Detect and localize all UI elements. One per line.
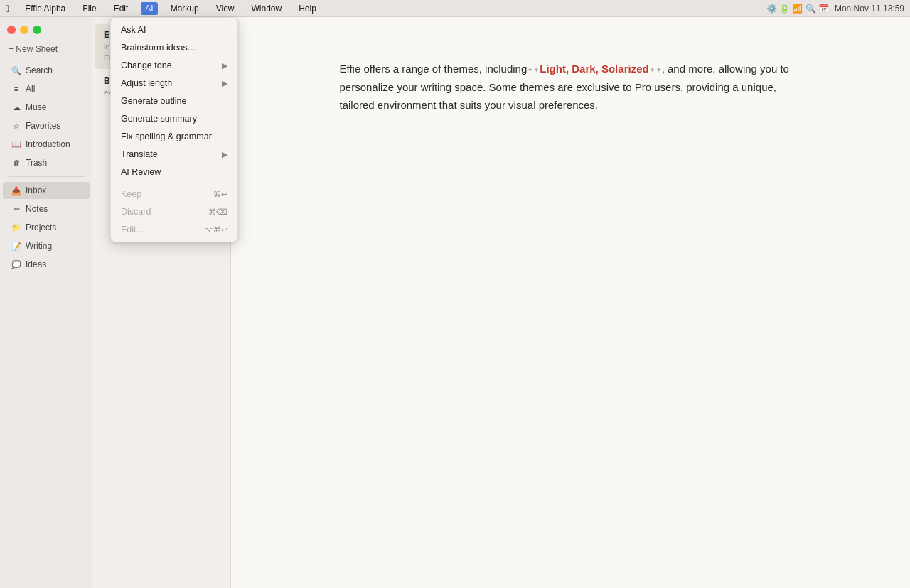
menubar-view[interactable]: View bbox=[212, 2, 239, 15]
favorites-icon: ☆ bbox=[11, 122, 21, 131]
menu-label-edit: Edit... bbox=[121, 225, 144, 235]
menubar-window[interactable]: Window bbox=[247, 2, 286, 15]
menubar-edit[interactable]: Edit bbox=[109, 2, 133, 15]
sidebar-label-projects: Projects bbox=[26, 223, 56, 232]
ideas-icon: 💭 bbox=[11, 260, 21, 269]
menubar-markup[interactable]: Markup bbox=[166, 2, 203, 15]
traffic-light-green[interactable] bbox=[33, 26, 41, 34]
menu-item-ai-review[interactable]: AI Review bbox=[112, 164, 236, 181]
trash-icon: 🗑 bbox=[11, 159, 21, 167]
menu-item-generate-outline[interactable]: Generate outline bbox=[112, 92, 236, 109]
menu-arrow-translate: ▶ bbox=[222, 150, 228, 159]
menu-shortcut-keep: ⌘↩ bbox=[213, 190, 228, 199]
menu-label-change-tone: Change tone bbox=[121, 60, 172, 70]
projects-icon: 📁 bbox=[11, 223, 21, 232]
menu-label-generate-summary: Generate summary bbox=[121, 114, 197, 124]
sidebar-item-favorites[interactable]: ☆ Favorites bbox=[3, 117, 90, 134]
all-icon: ≡ bbox=[11, 85, 21, 93]
sidebar-item-notes[interactable]: ✏ Notes bbox=[3, 201, 90, 218]
traffic-light-red[interactable] bbox=[7, 26, 16, 34]
sidebar-item-trash[interactable]: 🗑 Trash bbox=[3, 154, 90, 171]
menu-label-adjust-length: Adjust length bbox=[121, 78, 172, 88]
new-sheet-button[interactable]: + New Sheet bbox=[0, 40, 92, 58]
menu-item-brainstorm[interactable]: Brainstorm ideas... bbox=[112, 39, 236, 56]
menu-shortcut-discard: ⌘⌫ bbox=[208, 208, 228, 217]
notes-icon: ✏ bbox=[11, 205, 21, 214]
sidebar-item-inbox[interactable]: 📥 Inbox bbox=[3, 182, 90, 199]
menu-divider-1 bbox=[115, 183, 233, 183]
sidebar-label-trash: Trash bbox=[26, 158, 47, 168]
sidebar-label-all: All bbox=[26, 84, 35, 94]
editor-highlight: Light, Dark, Solarized bbox=[540, 63, 648, 75]
menubar:  Effie Alpha File Edit AI Markup View W… bbox=[0, 0, 910, 17]
introduction-icon: 📖 bbox=[11, 140, 21, 149]
menubar-time: Mon Nov 11 13:59 bbox=[835, 4, 904, 14]
sidebar-item-ideas[interactable]: 💭 Ideas bbox=[3, 256, 90, 273]
sidebar-item-search[interactable]: 🔍 Search bbox=[3, 62, 90, 79]
sidebar-divider bbox=[9, 176, 84, 177]
sidebar-label-notes: Notes bbox=[26, 204, 48, 214]
menu-arrow-change-tone: ▶ bbox=[222, 61, 228, 70]
menu-item-generate-summary[interactable]: Generate summary bbox=[112, 110, 236, 127]
menu-arrow-adjust-length: ▶ bbox=[222, 79, 228, 88]
menu-label-translate: Translate bbox=[121, 149, 158, 159]
editor-area[interactable]: Effie offers a range of themes, includin… bbox=[231, 17, 910, 588]
menu-item-keep: Keep ⌘↩ bbox=[112, 186, 236, 203]
sidebar-label-introduction: Introduction bbox=[26, 139, 70, 149]
muse-icon: ☁ bbox=[11, 103, 21, 112]
menubar-app-name[interactable]: Effie Alpha bbox=[21, 2, 70, 15]
sidebar-label-inbox: Inbox bbox=[26, 186, 46, 196]
sidebar-item-introduction[interactable]: 📖 Introduction bbox=[3, 136, 90, 153]
sidebar-label-search: Search bbox=[26, 65, 53, 75]
sidebar-label-muse: Muse bbox=[26, 102, 46, 112]
sidebar: + New Sheet 🔍 Search ≡ All ☁ Muse ☆ Favo… bbox=[0, 17, 92, 588]
menu-label-brainstorm: Brainstorm ideas... bbox=[121, 43, 195, 53]
menu-label-keep: Keep bbox=[121, 189, 141, 199]
menubar-icons: ⚙️ 🔋 📶 🔍 📅 bbox=[766, 4, 829, 14]
traffic-light-yellow[interactable] bbox=[20, 26, 28, 34]
editor-text-before: Effie offers a range of themes, includin… bbox=[340, 63, 528, 75]
menubar-ai[interactable]: AI bbox=[141, 2, 157, 15]
editor-content: Effie offers a range of themes, includin… bbox=[340, 60, 802, 114]
menu-label-fix-spelling: Fix spelling & grammar bbox=[121, 132, 212, 141]
new-sheet-label: + New Sheet bbox=[9, 44, 58, 54]
menu-item-change-tone[interactable]: Change tone ▶ bbox=[112, 57, 236, 74]
sidebar-item-muse[interactable]: ☁ Muse bbox=[3, 99, 90, 116]
menubar-file[interactable]: File bbox=[78, 2, 100, 15]
sidebar-label-writing: Writing bbox=[26, 241, 52, 251]
menubar-right: ⚙️ 🔋 📶 🔍 📅 Mon Nov 11 13:59 bbox=[766, 4, 904, 14]
inbox-icon: 📥 bbox=[11, 186, 21, 196]
sidebar-item-projects[interactable]: 📁 Projects bbox=[3, 219, 90, 236]
menu-item-translate[interactable]: Translate ▶ bbox=[112, 146, 236, 163]
menu-item-fix-spelling[interactable]: Fix spelling & grammar bbox=[112, 128, 236, 145]
sidebar-item-writing[interactable]: 📝 Writing bbox=[3, 237, 90, 255]
ai-dropdown-menu: Ask AI Brainstorm ideas... Change tone ▶… bbox=[110, 17, 238, 242]
menu-label-ai-review: AI Review bbox=[121, 167, 161, 177]
menu-item-edit: Edit... ⌥⌘↩ bbox=[112, 221, 236, 238]
menu-label-generate-outline: Generate outline bbox=[121, 96, 186, 106]
sidebar-label-ideas: Ideas bbox=[26, 260, 46, 269]
menu-shortcut-edit: ⌥⌘↩ bbox=[204, 225, 228, 235]
menu-item-adjust-length[interactable]: Adjust length ▶ bbox=[112, 75, 236, 92]
writing-icon: 📝 bbox=[11, 242, 21, 251]
menubar-help[interactable]: Help bbox=[294, 2, 321, 15]
menu-item-ask-ai[interactable]: Ask AI bbox=[112, 21, 236, 38]
menu-label-ask-ai: Ask AI bbox=[121, 25, 146, 35]
menu-item-discard: Discard ⌘⌫ bbox=[112, 203, 236, 220]
sidebar-label-favorites: Favorites bbox=[26, 121, 60, 131]
sidebar-item-all[interactable]: ≡ All bbox=[3, 80, 90, 97]
menu-label-discard: Discard bbox=[121, 207, 151, 217]
apple-menu-icon[interactable]:  bbox=[6, 3, 9, 14]
search-icon: 🔍 bbox=[11, 66, 21, 75]
